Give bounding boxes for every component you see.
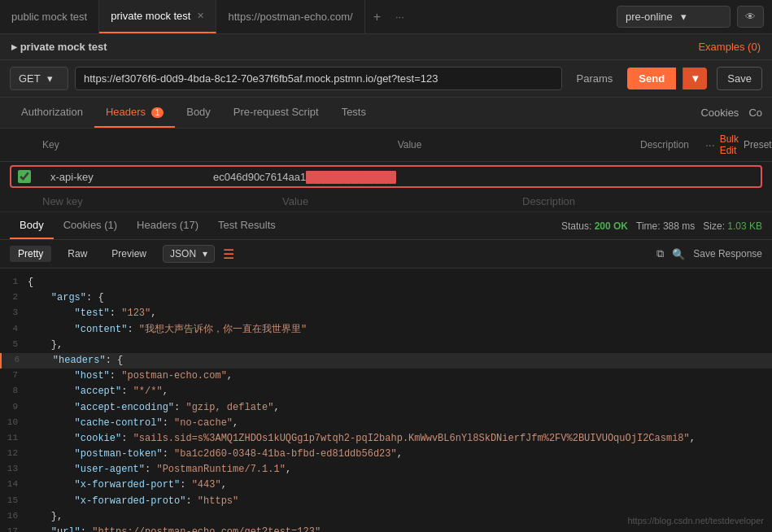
code-line-12: 12 "postman-token": "ba1c2d60-0348-41ba-… xyxy=(0,447,772,462)
code-line-11: 11 "cookie": "sails.sid=s%3AMQ1ZHDOs1kUQ… xyxy=(0,431,772,447)
line-number: 10 xyxy=(3,416,28,431)
code-line-13: 13 "user-agent": "PostmanRuntime/7.1.1", xyxy=(0,462,772,477)
response-tab-headers[interactable]: Headers (17) xyxy=(127,212,208,239)
language-dropdown[interactable]: JSON xyxy=(163,245,215,263)
url-bar: GET Params Send ▼ Save xyxy=(0,60,772,98)
line-content: "cookie": "sails.sid=s%3AMQ1ZHDOs1kUQGg1… xyxy=(28,431,769,447)
code-line-15: 15 "x-forwarded-proto": "https" xyxy=(0,494,772,509)
line-number: 11 xyxy=(3,431,28,447)
line-content: "args": { xyxy=(28,290,769,306)
method-dropdown[interactable]: GET xyxy=(10,67,68,90)
tab-public-mock-test[interactable]: public mock test xyxy=(0,0,99,33)
co-link[interactable]: Co xyxy=(748,107,762,119)
response-tab-body[interactable]: Body xyxy=(10,212,54,239)
line-content: { xyxy=(28,275,769,290)
copy-icon[interactable]: ⧉ xyxy=(656,247,664,260)
tab-tests[interactable]: Tests xyxy=(330,98,377,128)
add-tab-button[interactable]: + xyxy=(365,10,389,24)
line-content: "content": "我想大声告诉你，你一直在我世界里" xyxy=(28,322,769,338)
sort-icon[interactable]: ☰ xyxy=(223,246,234,262)
code-line-14: 14 "x-forwarded-port": "443", xyxy=(0,477,772,493)
line-number: 3 xyxy=(3,306,28,321)
description-column-header: Description xyxy=(640,139,705,150)
line-number: 12 xyxy=(3,447,28,462)
size-label: 1.03 KB xyxy=(727,220,762,232)
code-line-6: 6 "headers": { xyxy=(0,353,772,368)
more-tabs-button[interactable]: ··· xyxy=(389,11,411,23)
params-button[interactable]: Params xyxy=(569,68,622,89)
send-button[interactable]: Send xyxy=(627,68,676,89)
tab-headers[interactable]: Headers 1 xyxy=(94,98,175,128)
response-tab-test-results[interactable]: Test Results xyxy=(208,212,286,239)
tab-pre-request-script[interactable]: Pre-request Script xyxy=(222,98,330,128)
code-line-4: 4 "content": "我想大声告诉你，你一直在我世界里" xyxy=(0,322,772,338)
line-number: 5 xyxy=(3,338,28,353)
line-number: 13 xyxy=(3,462,28,477)
line-content: "postman-token": "ba1c2d60-0348-41ba-bfb… xyxy=(28,447,769,462)
line-content: "accept-encoding": "gzip, deflate", xyxy=(28,400,769,416)
send-dropdown-arrow[interactable]: ▼ xyxy=(683,68,707,89)
header-value-cell: ec046d90c7614aa1████████████ xyxy=(213,171,484,183)
tab-postman-echo[interactable]: https://postman-echo.com/ xyxy=(216,0,364,33)
env-dropdown[interactable]: pre-online xyxy=(617,6,731,28)
code-line-2: 2 "args": { xyxy=(0,290,772,306)
collection-title-text: ▸ private mock test xyxy=(11,41,107,53)
line-number: 16 xyxy=(3,509,28,525)
env-eye-button[interactable]: 👁 xyxy=(737,6,764,28)
tab-body[interactable]: Body xyxy=(175,98,222,128)
toolbar-right-icons: ⧉ 🔍 Save Response xyxy=(656,247,762,260)
presets-link[interactable]: Presets xyxy=(744,139,772,150)
response-tab-cookies[interactable]: Cookies (1) xyxy=(54,212,127,239)
line-number: 14 xyxy=(3,477,28,493)
close-tab-icon[interactable]: ✕ xyxy=(197,11,204,21)
top-tabs-bar: public mock test private mock test ✕ htt… xyxy=(0,0,772,34)
header-enabled-checkbox[interactable] xyxy=(18,170,31,183)
header-key-cell: x-api-key xyxy=(50,171,213,183)
code-line-17: 17 "url": "https://postman-echo.com/get?… xyxy=(0,525,772,532)
response-tabs-row: Body Cookies (1) Headers (17) Test Resul… xyxy=(0,212,772,240)
code-line-5: 5 }, xyxy=(0,338,772,353)
response-meta: Status: 200 OK Time: 388 ms Size: 1.03 K… xyxy=(561,220,762,232)
code-line-9: 9 "accept-encoding": "gzip, deflate", xyxy=(0,400,772,416)
line-content: "accept": "*/*", xyxy=(28,384,769,399)
line-content: "url": "https://postman-echo.com/get?tes… xyxy=(28,525,769,532)
chevron-down-icon xyxy=(44,72,53,85)
line-content: "test": "123", xyxy=(28,306,769,321)
cookies-link[interactable]: Cookies xyxy=(700,107,739,119)
code-line-10: 10 "cache-control": "no-cache", xyxy=(0,416,772,431)
line-content: "cache-control": "no-cache", xyxy=(28,416,769,431)
headers-column-row: Key Value Description ··· Bulk Edit Pres… xyxy=(0,129,772,162)
raw-button[interactable]: Raw xyxy=(59,246,95,262)
line-content: "headers": { xyxy=(29,353,769,368)
search-icon[interactable]: 🔍 xyxy=(672,248,685,260)
code-toolbar: Pretty Raw Preview JSON ☰ ⧉ 🔍 Save Respo… xyxy=(0,240,772,268)
preview-button[interactable]: Preview xyxy=(103,246,155,262)
line-content: "host": "postman-echo.com", xyxy=(28,368,769,384)
language-label: JSON xyxy=(170,248,196,259)
status-label: 200 OK xyxy=(595,220,628,232)
save-response-button[interactable]: Save Response xyxy=(693,248,762,259)
chevron-down-icon xyxy=(678,11,687,23)
line-number: 17 xyxy=(3,525,28,532)
line-content: "user-agent": "PostmanRuntime/7.1.1", xyxy=(28,462,769,477)
line-number: 4 xyxy=(3,322,28,338)
line-content: "x-forwarded-proto": "https" xyxy=(28,494,769,509)
examples-link[interactable]: Examples (0) xyxy=(698,41,761,53)
bulk-edit-link[interactable]: Bulk Edit xyxy=(720,133,739,156)
new-key-placeholder: New key xyxy=(42,195,282,207)
pretty-button[interactable]: Pretty xyxy=(10,246,51,262)
chevron-down-icon xyxy=(199,248,207,259)
code-line-1: 1{ xyxy=(0,275,772,290)
tab-label: public mock test xyxy=(11,11,87,23)
right-links: Cookies Co xyxy=(700,107,762,119)
tab-authorization[interactable]: Authorization xyxy=(10,98,94,128)
env-selector-area: pre-online 👁 xyxy=(617,6,772,28)
line-number: 9 xyxy=(3,400,28,416)
new-desc-placeholder: Description xyxy=(522,195,762,207)
more-options-icon[interactable]: ··· xyxy=(705,138,715,151)
save-button[interactable]: Save xyxy=(717,67,762,90)
tab-private-mock-test[interactable]: private mock test ✕ xyxy=(99,0,216,33)
url-input[interactable] xyxy=(75,67,562,90)
headers-table: Key Value Description ··· Bulk Edit Pres… xyxy=(0,129,772,212)
code-line-7: 7 "host": "postman-echo.com", xyxy=(0,368,772,384)
